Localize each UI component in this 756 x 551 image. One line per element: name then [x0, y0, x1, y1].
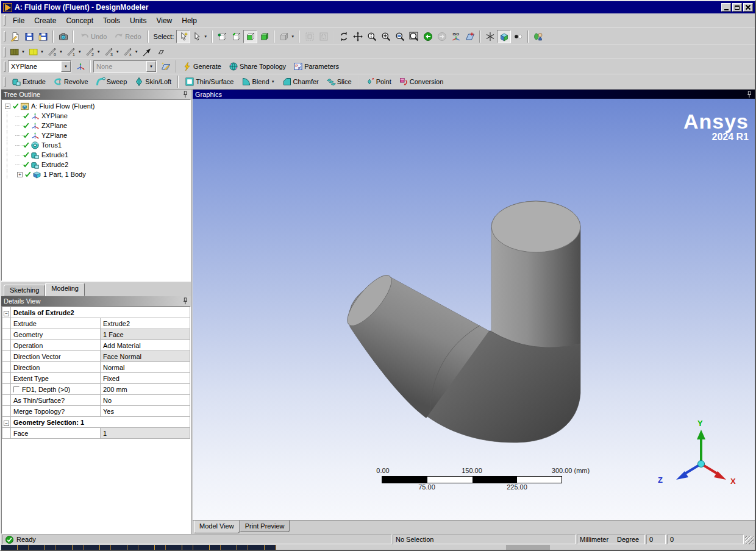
details-value[interactable]: 200 mm — [101, 384, 190, 395]
filter-bodies-button[interactable] — [257, 30, 271, 43]
look-at-button[interactable] — [463, 30, 477, 43]
tree-item-extrude2[interactable]: Extrude2 — [3, 160, 190, 169]
zoom-in-button[interactable] — [379, 30, 393, 43]
tab-model-view[interactable]: Model View — [194, 521, 240, 533]
skinloft-button[interactable]: Skin/Loft — [130, 75, 175, 88]
tree-item-1-part-1-body[interactable]: +1 Part, 1 Body — [3, 169, 190, 179]
grow-selection-button[interactable] — [302, 30, 316, 43]
pin-icon[interactable] — [182, 297, 188, 305]
menu-help[interactable]: Help — [177, 15, 202, 26]
tree-item-torus1[interactable]: Torus1 — [3, 140, 190, 150]
new-sketch-button[interactable] — [159, 60, 173, 73]
share-topology-button[interactable]: Share Topology — [225, 60, 290, 73]
collapse-icon[interactable]: − — [4, 421, 9, 426]
edge-type-3-button[interactable]: 3▼ — [102, 46, 121, 58]
model-body[interactable] — [341, 201, 580, 443]
tab-sketching[interactable]: Sketching — [4, 285, 45, 296]
collapse-icon[interactable]: − — [4, 311, 9, 316]
zoom-fit-button[interactable] — [393, 30, 407, 43]
details-value[interactable]: Extrude2 — [101, 318, 190, 329]
display-points-button[interactable] — [511, 30, 525, 43]
collapse-icon[interactable]: − — [5, 104, 10, 109]
save-project-button[interactable] — [22, 30, 36, 43]
point-button[interactable]: Point — [362, 75, 395, 88]
resize-grip[interactable] — [745, 536, 754, 544]
menu-tools[interactable]: Tools — [98, 15, 125, 26]
previous-view-button[interactable] — [421, 30, 435, 43]
menu-grip[interactable] — [4, 15, 5, 26]
triad[interactable]: Y Z X — [658, 419, 736, 486]
tree-item-zxplane[interactable]: ZXPlane — [3, 121, 190, 130]
menu-file[interactable]: File — [8, 15, 29, 26]
filter-faces-button[interactable] — [243, 30, 257, 43]
face-color-button[interactable]: ▼ — [8, 46, 27, 58]
blend-button[interactable]: Blend▼ — [238, 75, 279, 88]
details-value[interactable]: Yes — [101, 406, 190, 417]
toolbar-grip[interactable] — [4, 47, 5, 57]
pipe-top-cap[interactable] — [491, 201, 580, 252]
redo-button[interactable]: Redo — [110, 30, 144, 43]
edge-type-1-button[interactable]: 1▼ — [65, 46, 84, 58]
iso-view-button[interactable]: ISO — [449, 30, 463, 43]
details-value[interactable]: No — [101, 395, 190, 406]
image-capture-button[interactable] — [56, 30, 70, 43]
tab-modeling[interactable]: Modeling — [45, 283, 85, 296]
details-value[interactable]: Add Material — [101, 340, 190, 351]
undo-button[interactable]: Undo — [76, 30, 110, 43]
toolbar-grip[interactable] — [4, 62, 5, 72]
thin-surface-button[interactable]: Thin/Surface — [181, 75, 237, 88]
expand-icon[interactable]: + — [17, 172, 23, 177]
new-document-button[interactable] — [8, 30, 22, 43]
edge-type-2-button[interactable]: 2▼ — [84, 46, 102, 58]
revolve-button[interactable]: Revolve — [49, 75, 92, 88]
extend-selection-button[interactable]: ▼ — [277, 30, 296, 43]
pan-view-button[interactable] — [351, 30, 365, 43]
filter-edges-button[interactable] — [229, 30, 243, 43]
edge-type-x-button[interactable]: x▼ — [121, 46, 140, 58]
menu-concept[interactable]: Concept — [61, 15, 98, 26]
select-cursor-button[interactable]: ▼ — [190, 30, 209, 43]
sweep-button[interactable]: Sweep — [92, 75, 131, 88]
toolbar-grip[interactable] — [4, 31, 5, 41]
plane-axes-button[interactable] — [73, 60, 87, 73]
display-model-button[interactable] — [497, 30, 511, 43]
extrude-button[interactable]: Extrude — [8, 75, 49, 88]
snap-mode-button[interactable] — [483, 30, 497, 43]
tab-print-preview[interactable]: Print Preview — [240, 521, 290, 532]
details-value[interactable]: Normal — [101, 362, 190, 373]
close-icon[interactable] — [743, 3, 753, 12]
details-value[interactable]: Fixed — [101, 373, 190, 384]
tree-item-extrude1[interactable]: Extrude1 — [3, 150, 190, 160]
menu-create[interactable]: Create — [29, 15, 61, 26]
edge-color-button[interactable]: ▼ — [27, 46, 46, 58]
minimize-icon[interactable] — [721, 3, 731, 12]
zoom-view-button[interactable] — [365, 30, 379, 43]
tree-item-yzplane[interactable]: YZPlane — [3, 130, 190, 140]
parameter-checkbox[interactable] — [13, 386, 20, 393]
triad-y-arrow[interactable] — [697, 430, 705, 439]
sketch-combo[interactable]: None ▼ — [93, 60, 157, 73]
chevron-down-icon[interactable]: ▼ — [146, 61, 156, 72]
menu-units[interactable]: Units — [125, 15, 151, 26]
pin-icon[interactable] — [746, 91, 752, 98]
edge-direction-button[interactable] — [140, 46, 154, 58]
3d-viewport[interactable]: Y Z X Ansys 2024 R1 0.00150.00300.00 (mm… — [193, 99, 755, 520]
parameters-button[interactable]: PP Parameters — [290, 60, 343, 73]
plane-combo[interactable]: XYPlane ▼ — [8, 60, 71, 73]
toolbar-grip[interactable] — [4, 77, 5, 87]
filter-vertices-button[interactable] — [215, 30, 229, 43]
maximize-icon[interactable] — [732, 3, 742, 12]
select-mode-button[interactable] — [176, 30, 190, 43]
menu-view[interactable]: View — [151, 15, 177, 26]
plane-combo-value[interactable]: XYPlane — [9, 61, 61, 72]
cross-section-button[interactable] — [154, 46, 168, 58]
slice-button[interactable]: Slice — [323, 75, 355, 88]
chamfer-button[interactable]: Chamfer — [279, 75, 323, 88]
conversion-button[interactable]: Conversion — [395, 75, 448, 88]
graphics-options-button[interactable] — [531, 30, 545, 43]
shrink-selection-button[interactable] — [316, 30, 330, 43]
edge-type-0-button[interactable]: 0▼ — [46, 46, 65, 58]
box-zoom-button[interactable] — [407, 30, 421, 43]
rotate-view-button[interactable] — [337, 30, 351, 43]
save-as-button[interactable] — [36, 30, 50, 43]
